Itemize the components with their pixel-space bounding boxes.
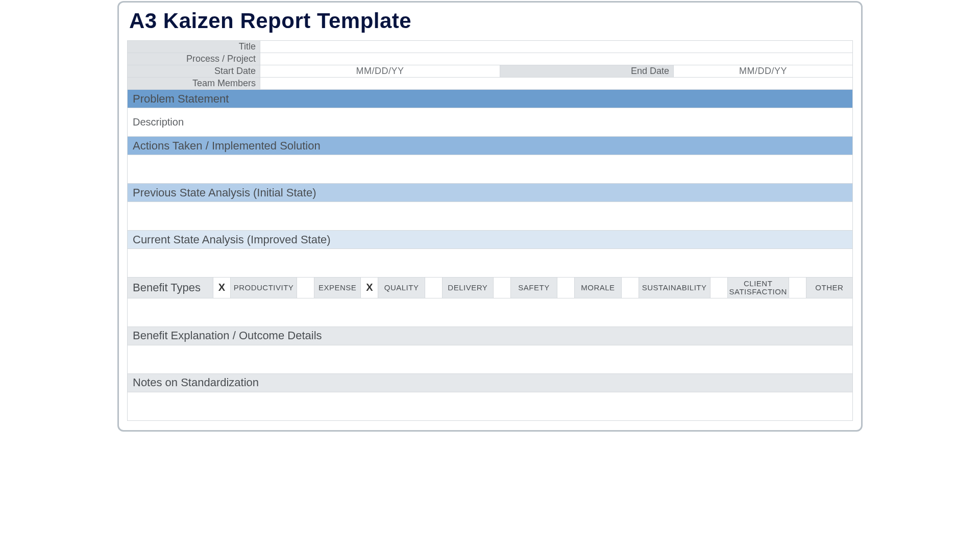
section-notes-standardization: Notes on Standardization bbox=[127, 374, 853, 392]
actions-taken-body[interactable] bbox=[127, 155, 853, 184]
benefit-check-morale[interactable] bbox=[557, 278, 575, 298]
benefit-check-other[interactable] bbox=[789, 278, 806, 298]
section-current-state: Current State Analysis (Improved State) bbox=[127, 231, 853, 249]
benefit-label-productivity: PRODUCTIVITY bbox=[231, 278, 297, 298]
section-problem-statement: Problem Statement bbox=[127, 90, 853, 108]
benefit-check-expense[interactable] bbox=[297, 278, 314, 298]
header-info-table: Title Process / Project Start Date MM/DD… bbox=[127, 40, 853, 90]
problem-description-text: Description bbox=[133, 116, 184, 128]
input-end-date[interactable]: MM/DD/YY bbox=[674, 65, 853, 78]
benefit-check-client-satisfaction[interactable] bbox=[710, 278, 728, 298]
input-title[interactable] bbox=[260, 41, 853, 53]
label-title: Title bbox=[128, 41, 260, 53]
label-process-project: Process / Project bbox=[128, 53, 260, 65]
problem-description-body[interactable]: Description bbox=[127, 108, 853, 137]
label-start-date: Start Date bbox=[128, 65, 260, 78]
label-team-members: Team Members bbox=[128, 78, 260, 90]
benefit-explanation-body[interactable] bbox=[127, 345, 853, 374]
input-start-date[interactable]: MM/DD/YY bbox=[260, 65, 500, 78]
previous-state-body[interactable] bbox=[127, 202, 853, 231]
benefit-label-morale: MORALE bbox=[575, 278, 621, 298]
input-team-members[interactable] bbox=[260, 78, 853, 90]
a3-kaizen-report: A3 Kaizen Report Template Title Process … bbox=[117, 1, 863, 432]
benefit-check-safety[interactable] bbox=[494, 278, 511, 298]
benefit-check-quality[interactable]: X bbox=[361, 278, 378, 298]
section-benefit-explanation: Benefit Explanation / Outcome Details bbox=[127, 327, 853, 345]
benefit-types-title: Benefit Types bbox=[128, 278, 213, 298]
benefit-label-other: OTHER bbox=[806, 278, 852, 298]
benefit-types-body[interactable] bbox=[127, 298, 853, 327]
benefit-check-delivery[interactable] bbox=[425, 278, 443, 298]
notes-standardization-body[interactable] bbox=[127, 392, 853, 421]
benefit-types-row: Benefit Types X PRODUCTIVITY EXPENSE X Q… bbox=[127, 278, 853, 298]
benefit-label-safety: SAFETY bbox=[511, 278, 557, 298]
section-previous-state: Previous State Analysis (Initial State) bbox=[127, 184, 853, 202]
page-title: A3 Kaizen Report Template bbox=[129, 9, 853, 33]
benefit-label-expense: EXPENSE bbox=[314, 278, 361, 298]
benefit-label-delivery: DELIVERY bbox=[443, 278, 494, 298]
section-actions-taken: Actions Taken / Implemented Solution bbox=[127, 137, 853, 155]
current-state-body[interactable] bbox=[127, 249, 853, 278]
benefit-label-client-satisfaction: CLIENT SATISFACTION bbox=[728, 278, 789, 298]
input-process-project[interactable] bbox=[260, 53, 853, 65]
benefit-label-quality: QUALITY bbox=[378, 278, 425, 298]
label-end-date: End Date bbox=[500, 65, 674, 78]
benefit-label-sustainability: SUSTAINABILITY bbox=[639, 278, 710, 298]
benefit-check-sustainability[interactable] bbox=[622, 278, 639, 298]
benefit-check-productivity[interactable]: X bbox=[213, 278, 231, 298]
